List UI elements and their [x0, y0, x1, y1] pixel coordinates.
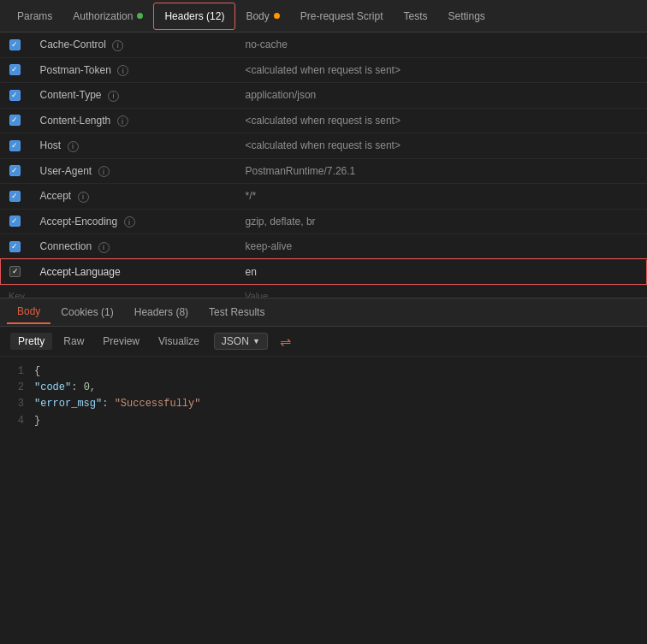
code-bracket: } [34, 415, 40, 427]
header-value-2: application/json [237, 83, 647, 109]
info-icon-8[interactable]: i [98, 242, 110, 253]
header-checkbox-cell-7 [1, 209, 32, 234]
code-line-3: 3 "error_msg": "Successfully" [10, 396, 637, 412]
info-icon-3[interactable]: i [117, 115, 128, 127]
header-row-4: Host i<calculated when request is sent> [1, 133, 647, 159]
code-number-value: 0 [84, 381, 90, 393]
header-value-0: no-cache [237, 32, 647, 57]
wrap-lines-icon[interactable]: ⇌ [276, 332, 295, 351]
header-key-0: Cache-Control i [32, 32, 237, 57]
line-number-2: 2 [10, 380, 34, 396]
header-checkbox-cell-6 [1, 184, 32, 210]
header-key-4: Host i [32, 133, 237, 159]
header-row-2: Content-Type iapplication/json [1, 83, 647, 109]
json-format-select[interactable]: JSON ▼ [214, 333, 268, 350]
code-text: , [90, 381, 96, 393]
header-checkbox-8[interactable] [9, 241, 21, 252]
header-checkbox-7[interactable] [9, 216, 21, 227]
code-line-1: 1{ [10, 363, 637, 380]
header-checkbox-cell-9 [1, 259, 32, 284]
header-key-5: User-Agent i [32, 158, 237, 184]
code-line-2: 2 "code": 0, [10, 380, 637, 396]
code-line-4: 4} [10, 413, 637, 429]
header-checkbox-3[interactable] [9, 115, 21, 126]
header-checkbox-cell-8 [1, 234, 32, 260]
header-value-1: <calculated when request is sent> [237, 57, 647, 83]
chevron-down-icon: ▼ [252, 337, 260, 346]
top-tabs-bar: ParamsAuthorization Headers (12)Body Pre… [0, 0, 647, 32]
header-value-6: */* [237, 184, 647, 210]
header-value-4: <calculated when request is sent> [237, 133, 647, 159]
code-content-4: } [34, 413, 40, 429]
resp-tab-body[interactable]: Body [7, 300, 50, 324]
tab-headers[interactable]: Headers (12) [153, 3, 235, 30]
line-number-1: 1 [10, 363, 34, 380]
header-row-3: Content-Length i<calculated when request… [1, 108, 647, 133]
header-key-8: Connection i [32, 234, 237, 260]
resp-tab-headers[interactable]: Headers (8) [124, 301, 199, 323]
header-checkbox-cell-3 [1, 108, 32, 133]
header-checkbox-cell-5 [1, 158, 32, 184]
response-body-code: 1{2 "code": 0,3 "error_msg": "Successful… [0, 357, 647, 436]
tab-tests[interactable]: Tests [393, 3, 437, 29]
header-row-1: Postman-Token i<calculated when request … [1, 57, 647, 83]
partial-value: Value [245, 291, 268, 298]
header-checkbox-cell-0 [1, 32, 32, 57]
tab-authorization[interactable]: Authorization [62, 3, 153, 29]
header-checkbox-0[interactable] [9, 39, 21, 50]
resp-tab-cookies[interactable]: Cookies (1) [50, 301, 123, 323]
code-key: "code" [34, 381, 71, 393]
tab-body[interactable]: Body [235, 3, 289, 29]
header-key-6: Accept i [32, 184, 237, 210]
header-checkbox-6[interactable] [9, 191, 21, 202]
fmt-tab-pretty[interactable]: Pretty [10, 333, 52, 350]
info-icon-7[interactable]: i [124, 216, 135, 227]
dot-orange [274, 13, 280, 19]
header-row-0: Cache-Control ino-cache [1, 32, 647, 57]
header-checkbox-cell-2 [1, 83, 32, 109]
header-checkbox-1[interactable] [9, 64, 21, 75]
partial-row: Key Value [0, 285, 647, 298]
header-checkbox-9[interactable] [9, 266, 21, 277]
info-icon-1[interactable]: i [117, 65, 128, 76]
header-checkbox-2[interactable] [9, 90, 21, 101]
format-bar: PrettyRawPreviewVisualizeJSON ▼⇌ [0, 327, 647, 357]
tab-params[interactable]: Params [7, 3, 62, 29]
code-text: : [102, 398, 114, 410]
fmt-tab-preview[interactable]: Preview [95, 333, 147, 350]
code-content-1: { [34, 363, 40, 380]
header-row-6: Accept i*/* [1, 184, 647, 210]
header-row-7: Accept-Encoding igzip, deflate, br [1, 209, 647, 234]
info-icon-4[interactable]: i [68, 141, 79, 152]
code-string-value: "Successfully" [115, 398, 201, 410]
tab-prerequest[interactable]: Pre-request Script [290, 3, 394, 29]
header-value-8: keep-alive [237, 234, 647, 260]
header-row-9: Accept-Languageen [1, 259, 647, 284]
header-checkbox-4[interactable] [9, 140, 21, 151]
line-number-4: 4 [10, 413, 34, 429]
header-row-8: Connection ikeep-alive [1, 234, 647, 260]
headers-table: Cache-Control ino-cachePostman-Token i<c… [0, 32, 647, 285]
header-key-1: Postman-Token i [32, 57, 237, 83]
tab-settings[interactable]: Settings [438, 3, 496, 29]
dot-green [137, 13, 143, 19]
header-value-3: <calculated when request is sent> [237, 108, 647, 133]
info-icon-0[interactable]: i [112, 40, 123, 51]
header-key-2: Content-Type i [32, 83, 237, 109]
partial-key: Key [9, 291, 245, 298]
line-number-3: 3 [10, 396, 34, 412]
header-key-9: Accept-Language [32, 259, 237, 284]
info-icon-5[interactable]: i [98, 166, 110, 177]
fmt-tab-raw[interactable]: Raw [56, 333, 92, 350]
resp-tab-testresults[interactable]: Test Results [199, 301, 275, 323]
code-content-3: "error_msg": "Successfully" [34, 396, 200, 412]
code-text: : [71, 381, 83, 393]
info-icon-6[interactable]: i [78, 192, 89, 203]
fmt-tab-visualize[interactable]: Visualize [151, 333, 207, 350]
header-row-5: User-Agent iPostmanRuntime/7.26.1 [1, 158, 647, 184]
header-key-3: Content-Length i [32, 108, 237, 133]
header-checkbox-5[interactable] [9, 165, 21, 176]
header-checkbox-cell-4 [1, 133, 32, 159]
code-bracket: { [34, 365, 40, 377]
info-icon-2[interactable]: i [108, 91, 119, 102]
